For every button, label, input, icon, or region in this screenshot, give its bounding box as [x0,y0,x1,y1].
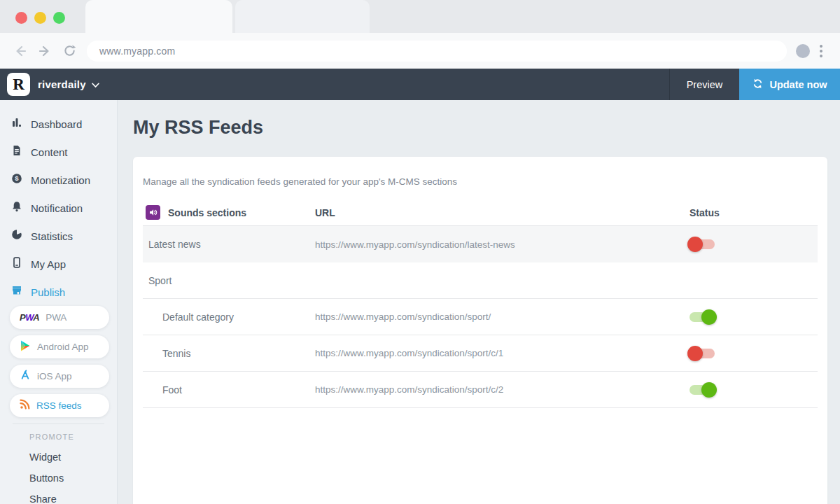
column-header-sections: Sounds sections [168,207,246,218]
bell-icon [11,201,22,215]
sidebar-item-widget[interactable]: Widget [0,447,117,468]
feed-url: https://www.myapp.com/syndication/sport/… [315,384,690,395]
sidebar-item-monetization[interactable]: $ Monetization [0,166,117,194]
address-bar-url: www.myapp.com [99,46,175,57]
sidebar-item-my-app[interactable]: My App [0,250,117,278]
column-header-url: URL [315,207,690,218]
table-row: Latest news https://www.myapp.com/syndic… [143,226,818,262]
sidebar-item-share[interactable]: Share [0,489,117,504]
browser-tab-inactive[interactable] [235,0,370,33]
app-store-icon [20,370,31,384]
feed-url: https://www.myapp.com/syndication/latest… [315,239,690,250]
app-name: riverdaily [38,78,86,90]
sidebar-item-statistics[interactable]: Statistics [0,222,117,250]
status-toggle[interactable] [690,385,715,395]
maximize-window-button[interactable] [53,12,65,24]
chevron-down-icon[interactable] [92,78,99,91]
browser-tabstrip [0,0,840,33]
reload-icon[interactable] [62,43,77,59]
publish-option-rss[interactable]: RSS feeds [10,394,109,417]
table-row: Default category https://www.myapp.com/s… [143,299,818,335]
feed-url: https://www.myapp.com/syndication/sport/ [315,312,690,322]
sync-icon [752,78,764,92]
rss-icon [20,399,30,412]
table-row: Tennis https://www.myapp.com/syndication… [143,335,818,372]
pwa-logo-icon: PWA [20,312,39,323]
sidebar-item-notification[interactable]: Notification [0,194,117,222]
dollar-circle-icon: $ [11,173,22,187]
back-icon[interactable] [13,43,28,59]
feed-group-name: Sport [143,275,315,286]
status-toggle[interactable] [690,312,715,322]
feed-name: Default category [143,312,315,323]
app-logo-letter: R [13,76,24,94]
forward-icon[interactable] [37,43,52,59]
table-group-row: Sport [143,262,818,299]
sidebar-item-content[interactable]: Content [0,138,117,166]
publish-option-android[interactable]: Android App [10,335,109,358]
feed-name: Latest news [143,239,315,250]
sidebar-item-dashboard[interactable]: Dashboard [0,110,117,138]
preview-button[interactable]: Preview [669,69,739,100]
browser-toolbar: www.myapp.com [0,33,840,69]
sidebar-item-buttons[interactable]: Buttons [0,468,117,489]
browser-tab-active[interactable] [85,0,232,33]
svg-text:$: $ [15,174,19,182]
main-content: My RSS Feeds Manage all the syndication … [118,100,840,504]
smartphone-icon [11,257,22,271]
app-logo[interactable]: R [7,73,30,96]
page-title: My RSS Feeds [133,117,827,139]
update-now-button[interactable]: Update now [739,69,840,100]
column-header-status: Status [690,207,818,218]
pie-chart-icon [11,229,22,243]
app-header: R riverdaily Preview Update now [0,69,840,100]
feed-url: https://www.myapp.com/syndication/sport/… [315,348,690,358]
close-window-button[interactable] [15,12,27,24]
speaker-icon [146,205,160,220]
card-description: Manage all the syndication feeds generat… [143,176,818,187]
sidebar: Dashboard Content $ Monetization Notific… [0,100,118,504]
browser-profile-avatar[interactable] [796,44,810,58]
status-toggle[interactable] [690,239,715,249]
feed-name: Foot [143,384,315,396]
address-bar[interactable]: www.myapp.com [87,41,787,62]
publish-option-ios[interactable]: iOS App [10,365,109,388]
table-row: Foot https://www.myapp.com/syndication/s… [143,372,818,408]
publish-option-pwa[interactable]: PWA PWA [10,306,109,329]
storefront-icon [11,285,22,299]
promote-section-label: PROMOTE [0,433,117,441]
sidebar-divider [13,424,104,424]
rss-feeds-card: Manage all the syndication feeds generat… [133,157,827,504]
feed-name: Tennis [143,348,315,359]
table-header: Sounds sections URL Status [143,200,818,226]
browser-menu-icon[interactable] [817,42,825,60]
bar-chart-icon [11,117,22,131]
document-icon [11,145,22,159]
minimize-window-button[interactable] [34,12,46,24]
sidebar-item-publish[interactable]: Publish [0,278,117,306]
google-play-icon [20,340,31,354]
status-toggle[interactable] [690,349,715,358]
